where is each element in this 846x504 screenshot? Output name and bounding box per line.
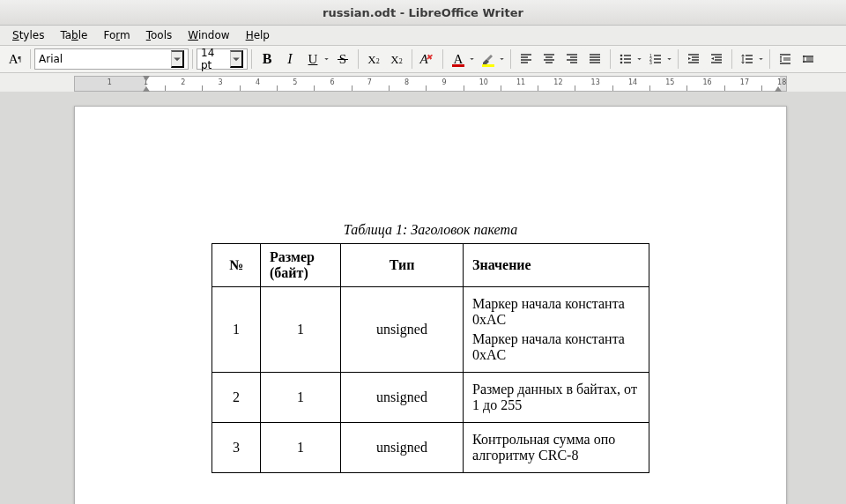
horizontal-ruler[interactable]: 1123456789101112131415161718	[74, 76, 787, 92]
numbered-list-icon: 123	[649, 52, 663, 66]
line-spacing-dropdown[interactable]	[757, 48, 766, 70]
cell-type[interactable]: unsigned	[341, 287, 464, 373]
toolbar-formatting: A¶ Arial 14 pt B I U S X2 X2 A✖ A 123	[0, 46, 846, 73]
increase-indent-button[interactable]	[683, 48, 704, 70]
cell-type[interactable]: unsigned	[341, 373, 464, 423]
increase-para-space-button[interactable]	[775, 48, 796, 70]
menu-window[interactable]: Window	[181, 27, 236, 43]
cell-size[interactable]: 1	[261, 423, 341, 473]
align-left-icon	[519, 52, 533, 66]
font-size-combo[interactable]: 14 pt	[197, 48, 248, 70]
ruler-number: 3	[219, 78, 223, 86]
menu-table[interactable]: Table	[53, 27, 94, 43]
bullet-list-dropdown[interactable]	[635, 48, 644, 70]
font-color-dropdown[interactable]	[468, 48, 477, 70]
ruler-number: 16	[703, 78, 712, 86]
cell-value[interactable]: Маркер начала константа 0xACМаркер начал…	[464, 287, 649, 373]
th-type[interactable]: Тип	[341, 244, 464, 287]
bold-button[interactable]: B	[256, 48, 278, 70]
align-center-button[interactable]	[538, 48, 560, 70]
document-page[interactable]: Таблица 1: Заголовок пакета № Размер (ба…	[74, 106, 787, 504]
chevron-down-icon	[468, 52, 476, 66]
separator	[358, 49, 359, 69]
italic-button[interactable]: I	[279, 48, 301, 70]
chevron-down-icon	[665, 52, 673, 66]
cell-value[interactable]: Контрольная сумма опо алгоритму CRC-8	[464, 423, 649, 473]
separator	[769, 49, 770, 69]
line-spacing-button[interactable]	[737, 48, 758, 70]
ruler-tick	[426, 85, 427, 91]
separator	[442, 49, 443, 69]
cell-n[interactable]: 1	[212, 287, 261, 373]
chevron-down-icon	[757, 52, 765, 66]
ruler-tick	[575, 85, 575, 91]
menu-form[interactable]: Form	[96, 27, 137, 43]
th-number[interactable]: №	[212, 244, 261, 287]
cell-value[interactable]: Размер данных в байтах, от 1 до 255	[464, 373, 649, 423]
ruler-tick	[389, 85, 390, 91]
decrease-indent-button[interactable]	[706, 48, 727, 70]
cell-size[interactable]: 1	[261, 373, 341, 423]
separator	[731, 49, 732, 69]
table-caption[interactable]: Таблица 1: Заголовок пакета	[75, 222, 786, 238]
menubar: Styles Table Form Tools Window Help	[0, 26, 846, 46]
svg-text:3: 3	[649, 60, 652, 65]
separator	[610, 49, 611, 69]
document-content: Таблица 1: Заголовок пакета № Размер (ба…	[75, 107, 786, 473]
ruler-tick	[649, 85, 650, 91]
font-color-button[interactable]: A	[448, 48, 469, 70]
highlight-color-dropdown[interactable]	[498, 48, 507, 70]
table-row: 31unsignedКонтрольная сумма опо алгоритм…	[212, 423, 649, 473]
align-left-button[interactable]	[516, 48, 537, 70]
clear-formatting-button[interactable]: A✖	[417, 48, 438, 70]
cell-value-line: Маркер начала константа 0xAC	[472, 296, 640, 328]
update-style-button[interactable]: A¶	[4, 48, 26, 70]
line-spacing-icon	[740, 52, 754, 66]
cell-type[interactable]: unsigned	[341, 423, 464, 473]
ruler-number: 18	[777, 78, 786, 86]
align-right-button[interactable]	[561, 48, 583, 70]
ruler-tick	[202, 85, 203, 91]
menu-help[interactable]: Help	[239, 27, 277, 43]
cell-value-line: Размер данных в байтах, от 1 до 255	[472, 382, 640, 413]
table-row: 21unsignedРазмер данных в байтах, от 1 д…	[212, 373, 649, 423]
numbered-list-dropdown[interactable]	[665, 48, 674, 70]
th-size[interactable]: Размер (байт)	[261, 244, 341, 287]
align-justify-button[interactable]	[584, 48, 605, 70]
font-name-dropdown[interactable]	[171, 50, 184, 68]
ruler-number: 9	[442, 78, 446, 86]
superscript-button[interactable]: X2	[363, 48, 384, 70]
ruler-number: 2	[181, 78, 185, 86]
window-title: russian.odt - LibreOffice Writer	[323, 6, 523, 19]
cell-value-line: Маркер начала константа 0xAC	[472, 331, 640, 363]
packet-table[interactable]: № Размер (байт) Тип Значение 11unsignedМ…	[212, 243, 649, 473]
ruler-number: 4	[256, 78, 260, 86]
bullet-list-button[interactable]	[615, 48, 636, 70]
menu-styles[interactable]: Styles	[5, 27, 51, 43]
chevron-down-icon	[172, 52, 182, 66]
cell-n[interactable]: 2	[212, 373, 261, 423]
first-line-indent-marker[interactable]	[143, 76, 150, 81]
subscript-button[interactable]: X2	[386, 48, 407, 70]
document-workspace: Таблица 1: Заголовок пакета № Размер (ба…	[0, 92, 846, 504]
underline-dropdown[interactable]	[323, 48, 331, 70]
menu-tools[interactable]: Tools	[139, 27, 180, 43]
underline-button[interactable]: U	[302, 48, 323, 70]
decrease-para-space-button[interactable]	[798, 48, 819, 70]
cell-size[interactable]: 1	[261, 287, 341, 373]
indent-increase-icon	[686, 52, 701, 66]
highlight-color-button[interactable]	[478, 48, 499, 70]
ruler-number: 15	[665, 78, 674, 86]
font-name-combo[interactable]: Arial	[34, 48, 189, 70]
para-space-increase-icon	[778, 52, 792, 66]
th-value[interactable]: Значение	[464, 244, 649, 287]
window-titlebar: russian.odt - LibreOffice Writer	[0, 0, 846, 26]
ruler-number: 6	[330, 78, 335, 86]
ruler-tick	[240, 85, 241, 91]
cell-n[interactable]: 3	[212, 423, 261, 473]
strikethrough-button[interactable]: S	[332, 48, 353, 70]
ruler-row: 1123456789101112131415161718	[0, 73, 846, 93]
ruler-number: 1	[108, 78, 112, 86]
numbered-list-button[interactable]: 123	[645, 48, 666, 70]
font-size-dropdown[interactable]	[230, 50, 243, 68]
